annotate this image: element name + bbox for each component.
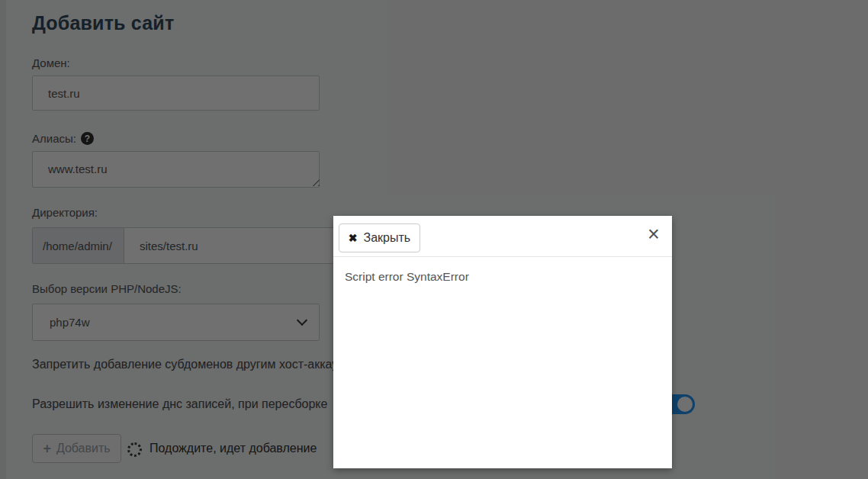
modal-header: ✖ Закрыть × (333, 216, 672, 257)
modal-close-button[interactable]: ✖ Закрыть (339, 223, 420, 252)
error-modal: ✖ Закрыть × Script error SyntaxError (333, 216, 672, 468)
close-x-icon: ✖ (349, 232, 358, 244)
modal-corner-close-icon[interactable]: × (643, 223, 664, 247)
error-message-text: Script error SyntaxError (345, 270, 469, 283)
modal-body: Script error SyntaxError (333, 257, 672, 297)
modal-close-button-label: Закрыть (364, 231, 411, 245)
app-screen: Добавить сайт Домен: Алиасы: ? www.test.… (0, 0, 868, 479)
